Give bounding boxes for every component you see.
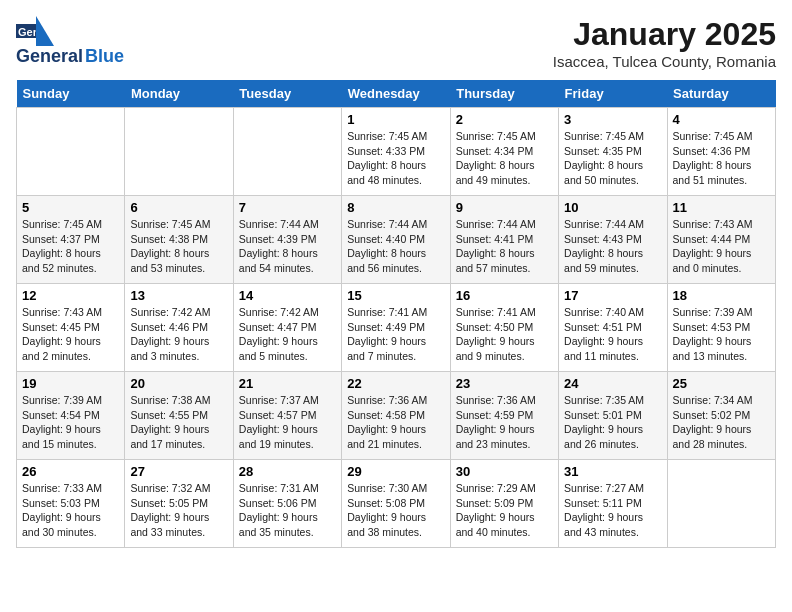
day-info: Sunrise: 7:35 AMSunset: 5:01 PMDaylight:…	[564, 393, 661, 452]
day-number: 23	[456, 376, 553, 391]
day-number: 9	[456, 200, 553, 215]
day-number: 10	[564, 200, 661, 215]
day-info: Sunrise: 7:36 AMSunset: 4:58 PMDaylight:…	[347, 393, 444, 452]
day-info: Sunrise: 7:37 AMSunset: 4:57 PMDaylight:…	[239, 393, 336, 452]
calendar-cell: 7Sunrise: 7:44 AMSunset: 4:39 PMDaylight…	[233, 196, 341, 284]
day-info: Sunrise: 7:45 AMSunset: 4:33 PMDaylight:…	[347, 129, 444, 188]
calendar-cell: 29Sunrise: 7:30 AMSunset: 5:08 PMDayligh…	[342, 460, 450, 548]
svg-marker-2	[36, 16, 54, 46]
day-info: Sunrise: 7:39 AMSunset: 4:54 PMDaylight:…	[22, 393, 119, 452]
calendar-cell	[17, 108, 125, 196]
calendar-week-row: 12Sunrise: 7:43 AMSunset: 4:45 PMDayligh…	[17, 284, 776, 372]
day-number: 19	[22, 376, 119, 391]
calendar-cell: 11Sunrise: 7:43 AMSunset: 4:44 PMDayligh…	[667, 196, 775, 284]
day-info: Sunrise: 7:42 AMSunset: 4:46 PMDaylight:…	[130, 305, 227, 364]
calendar-cell: 25Sunrise: 7:34 AMSunset: 5:02 PMDayligh…	[667, 372, 775, 460]
logo: Gen General Blue	[16, 16, 124, 67]
day-number: 5	[22, 200, 119, 215]
day-number: 24	[564, 376, 661, 391]
calendar-cell: 19Sunrise: 7:39 AMSunset: 4:54 PMDayligh…	[17, 372, 125, 460]
calendar-subtitle: Isaccea, Tulcea County, Romania	[553, 53, 776, 70]
calendar-cell: 20Sunrise: 7:38 AMSunset: 4:55 PMDayligh…	[125, 372, 233, 460]
day-info: Sunrise: 7:29 AMSunset: 5:09 PMDaylight:…	[456, 481, 553, 540]
day-number: 12	[22, 288, 119, 303]
calendar-cell: 30Sunrise: 7:29 AMSunset: 5:09 PMDayligh…	[450, 460, 558, 548]
calendar-cell: 9Sunrise: 7:44 AMSunset: 4:41 PMDaylight…	[450, 196, 558, 284]
day-number: 2	[456, 112, 553, 127]
day-number: 3	[564, 112, 661, 127]
calendar-cell	[667, 460, 775, 548]
day-info: Sunrise: 7:27 AMSunset: 5:11 PMDaylight:…	[564, 481, 661, 540]
day-info: Sunrise: 7:32 AMSunset: 5:05 PMDaylight:…	[130, 481, 227, 540]
logo-icon: Gen	[16, 16, 54, 46]
calendar-cell: 22Sunrise: 7:36 AMSunset: 4:58 PMDayligh…	[342, 372, 450, 460]
day-info: Sunrise: 7:33 AMSunset: 5:03 PMDaylight:…	[22, 481, 119, 540]
day-info: Sunrise: 7:39 AMSunset: 4:53 PMDaylight:…	[673, 305, 770, 364]
day-number: 7	[239, 200, 336, 215]
calendar-cell: 10Sunrise: 7:44 AMSunset: 4:43 PMDayligh…	[559, 196, 667, 284]
day-info: Sunrise: 7:43 AMSunset: 4:44 PMDaylight:…	[673, 217, 770, 276]
day-number: 27	[130, 464, 227, 479]
logo-text-blue: Blue	[85, 46, 124, 67]
day-number: 22	[347, 376, 444, 391]
day-info: Sunrise: 7:45 AMSunset: 4:34 PMDaylight:…	[456, 129, 553, 188]
day-number: 8	[347, 200, 444, 215]
calendar-week-row: 19Sunrise: 7:39 AMSunset: 4:54 PMDayligh…	[17, 372, 776, 460]
day-info: Sunrise: 7:40 AMSunset: 4:51 PMDaylight:…	[564, 305, 661, 364]
calendar-cell: 8Sunrise: 7:44 AMSunset: 4:40 PMDaylight…	[342, 196, 450, 284]
day-number: 11	[673, 200, 770, 215]
day-info: Sunrise: 7:44 AMSunset: 4:39 PMDaylight:…	[239, 217, 336, 276]
calendar-week-row: 26Sunrise: 7:33 AMSunset: 5:03 PMDayligh…	[17, 460, 776, 548]
calendar-cell: 13Sunrise: 7:42 AMSunset: 4:46 PMDayligh…	[125, 284, 233, 372]
calendar-cell: 12Sunrise: 7:43 AMSunset: 4:45 PMDayligh…	[17, 284, 125, 372]
day-number: 31	[564, 464, 661, 479]
day-number: 21	[239, 376, 336, 391]
calendar-cell: 18Sunrise: 7:39 AMSunset: 4:53 PMDayligh…	[667, 284, 775, 372]
day-info: Sunrise: 7:44 AMSunset: 4:41 PMDaylight:…	[456, 217, 553, 276]
weekday-header-row: SundayMondayTuesdayWednesdayThursdayFrid…	[17, 80, 776, 108]
day-info: Sunrise: 7:41 AMSunset: 4:50 PMDaylight:…	[456, 305, 553, 364]
calendar-cell: 21Sunrise: 7:37 AMSunset: 4:57 PMDayligh…	[233, 372, 341, 460]
calendar-week-row: 5Sunrise: 7:45 AMSunset: 4:37 PMDaylight…	[17, 196, 776, 284]
page-header: Gen General Blue January 2025 Isaccea, T…	[16, 16, 776, 70]
weekday-header-saturday: Saturday	[667, 80, 775, 108]
weekday-header-tuesday: Tuesday	[233, 80, 341, 108]
calendar-cell: 3Sunrise: 7:45 AMSunset: 4:35 PMDaylight…	[559, 108, 667, 196]
day-number: 16	[456, 288, 553, 303]
calendar-cell: 2Sunrise: 7:45 AMSunset: 4:34 PMDaylight…	[450, 108, 558, 196]
day-info: Sunrise: 7:42 AMSunset: 4:47 PMDaylight:…	[239, 305, 336, 364]
day-info: Sunrise: 7:44 AMSunset: 4:43 PMDaylight:…	[564, 217, 661, 276]
day-number: 30	[456, 464, 553, 479]
calendar-cell: 15Sunrise: 7:41 AMSunset: 4:49 PMDayligh…	[342, 284, 450, 372]
day-number: 13	[130, 288, 227, 303]
weekday-header-wednesday: Wednesday	[342, 80, 450, 108]
day-number: 14	[239, 288, 336, 303]
title-block: January 2025 Isaccea, Tulcea County, Rom…	[553, 16, 776, 70]
day-number: 29	[347, 464, 444, 479]
calendar-cell: 14Sunrise: 7:42 AMSunset: 4:47 PMDayligh…	[233, 284, 341, 372]
day-info: Sunrise: 7:44 AMSunset: 4:40 PMDaylight:…	[347, 217, 444, 276]
calendar-cell: 31Sunrise: 7:27 AMSunset: 5:11 PMDayligh…	[559, 460, 667, 548]
day-number: 26	[22, 464, 119, 479]
day-number: 15	[347, 288, 444, 303]
calendar-cell: 24Sunrise: 7:35 AMSunset: 5:01 PMDayligh…	[559, 372, 667, 460]
calendar-cell: 17Sunrise: 7:40 AMSunset: 4:51 PMDayligh…	[559, 284, 667, 372]
weekday-header-sunday: Sunday	[17, 80, 125, 108]
day-info: Sunrise: 7:41 AMSunset: 4:49 PMDaylight:…	[347, 305, 444, 364]
calendar-week-row: 1Sunrise: 7:45 AMSunset: 4:33 PMDaylight…	[17, 108, 776, 196]
day-info: Sunrise: 7:30 AMSunset: 5:08 PMDaylight:…	[347, 481, 444, 540]
day-number: 18	[673, 288, 770, 303]
day-info: Sunrise: 7:45 AMSunset: 4:37 PMDaylight:…	[22, 217, 119, 276]
day-number: 6	[130, 200, 227, 215]
day-info: Sunrise: 7:45 AMSunset: 4:35 PMDaylight:…	[564, 129, 661, 188]
day-info: Sunrise: 7:45 AMSunset: 4:36 PMDaylight:…	[673, 129, 770, 188]
weekday-header-friday: Friday	[559, 80, 667, 108]
day-info: Sunrise: 7:36 AMSunset: 4:59 PMDaylight:…	[456, 393, 553, 452]
day-info: Sunrise: 7:45 AMSunset: 4:38 PMDaylight:…	[130, 217, 227, 276]
day-info: Sunrise: 7:31 AMSunset: 5:06 PMDaylight:…	[239, 481, 336, 540]
calendar-cell: 26Sunrise: 7:33 AMSunset: 5:03 PMDayligh…	[17, 460, 125, 548]
calendar-cell: 28Sunrise: 7:31 AMSunset: 5:06 PMDayligh…	[233, 460, 341, 548]
calendar-cell: 1Sunrise: 7:45 AMSunset: 4:33 PMDaylight…	[342, 108, 450, 196]
calendar-cell: 6Sunrise: 7:45 AMSunset: 4:38 PMDaylight…	[125, 196, 233, 284]
day-info: Sunrise: 7:43 AMSunset: 4:45 PMDaylight:…	[22, 305, 119, 364]
